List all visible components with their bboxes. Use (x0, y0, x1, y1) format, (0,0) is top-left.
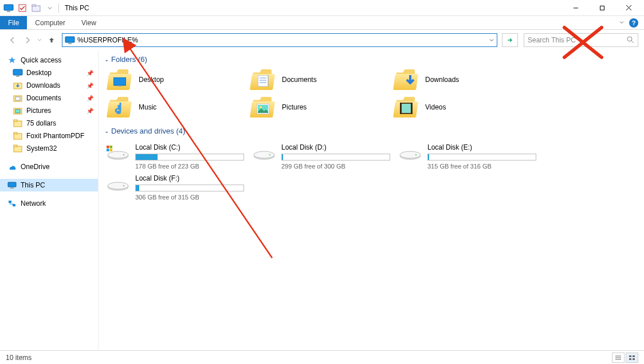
search-box[interactable] (524, 33, 638, 47)
drive-icon (107, 174, 129, 191)
sidebar-item-label: System32 (26, 144, 57, 152)
svg-rect-42 (401, 104, 411, 113)
sidebar-item-label: Documents (26, 94, 61, 102)
sidebar-network[interactable]: Network (0, 197, 98, 210)
new-folder-qat-icon[interactable] (30, 2, 42, 14)
close-button[interactable] (615, 0, 642, 16)
documents-icon (13, 93, 23, 103)
drive-item[interactable]: Local Disk (F:) 306 GB free of 315 GB (104, 172, 250, 203)
sidebar-item-label: Pictures (26, 107, 51, 115)
folder-item[interactable]: Videos (391, 93, 534, 121)
history-dropdown[interactable] (36, 33, 44, 47)
folder-item[interactable]: Desktop (104, 66, 248, 93)
up-button[interactable] (45, 33, 58, 47)
drive-usage-bar (281, 154, 390, 161)
sidebar-onedrive[interactable]: OneDrive (0, 161, 98, 173)
sidebar-label: OneDrive (21, 163, 50, 171)
sidebar-item-label: Desktop (26, 69, 52, 77)
folder-name: Documents (282, 76, 317, 84)
folders-group-header[interactable]: ⌄ Folders (6) (104, 53, 638, 66)
svg-point-60 (108, 182, 128, 189)
titlebar-separator (58, 3, 59, 13)
address-path-icon (65, 36, 75, 44)
search-input[interactable] (528, 36, 626, 44)
folder-item[interactable]: Pictures (248, 93, 391, 121)
svg-point-61 (123, 185, 124, 186)
svg-point-54 (254, 151, 274, 158)
pin-icon: 📌 (87, 108, 93, 114)
main-area: Quick access Desktop 📌 Downloads 📌 Docum… (0, 50, 644, 350)
onedrive-icon (7, 162, 17, 171)
svg-rect-26 (14, 145, 17, 147)
drive-item[interactable]: Local Disk (C:) 178 GB free of 223 GB (104, 141, 250, 172)
folder-item[interactable]: Music (104, 93, 248, 121)
sidebar-this-pc[interactable]: This PC (0, 179, 98, 191)
quick-access-toolbar (2, 2, 56, 14)
sidebar-item[interactable]: System32 (0, 142, 98, 155)
folder-item[interactable]: Downloads (391, 66, 534, 93)
quick-access-icon (7, 56, 17, 65)
svg-rect-29 (9, 201, 11, 203)
sidebar-item[interactable]: Downloads 📌 (0, 79, 98, 92)
svg-rect-10 (68, 43, 72, 44)
minimize-button[interactable] (563, 0, 589, 16)
svg-rect-15 (16, 76, 19, 77)
address-input[interactable] (77, 34, 485, 46)
sidebar-item[interactable]: 75 dollars (0, 117, 98, 130)
chevron-down-icon: ⌄ (104, 128, 109, 134)
ribbon-expand-icon[interactable] (619, 19, 625, 27)
svg-rect-67 (629, 358, 631, 360)
svg-point-57 (400, 151, 421, 158)
sidebar-item[interactable]: Documents 📌 (0, 92, 98, 104)
folder-icon (250, 68, 275, 91)
svg-point-58 (415, 154, 417, 155)
this-pc-icon (7, 181, 17, 190)
qat-dropdown-icon[interactable] (44, 2, 56, 14)
tab-view[interactable]: View (73, 16, 104, 29)
drive-item[interactable]: Local Disk (D:) 299 GB free of 300 GB (250, 141, 396, 172)
back-button[interactable] (6, 33, 19, 47)
address-bar[interactable] (62, 33, 497, 47)
tab-computer[interactable]: Computer (27, 16, 73, 29)
drives-group-header[interactable]: ⌄ Devices and drives (4) (104, 124, 638, 138)
sidebar-item-label: 75 dollars (26, 119, 56, 127)
drive-name: Local Disk (C:) (135, 143, 248, 151)
svg-rect-32 (118, 85, 121, 87)
drive-icon (399, 143, 422, 161)
svg-rect-43 (400, 103, 402, 114)
folder-name: Music (139, 103, 156, 111)
drive-icon (107, 143, 129, 161)
svg-point-55 (269, 154, 270, 155)
view-mode-toggles (612, 353, 638, 363)
folder-name: Desktop (139, 76, 164, 84)
drive-usage-bar (427, 154, 536, 161)
status-item-count: 10 items (6, 354, 32, 362)
maximize-button[interactable] (589, 0, 615, 16)
svg-rect-33 (258, 75, 268, 87)
svg-rect-1 (7, 11, 10, 12)
large-icons-view-button[interactable] (626, 353, 638, 363)
sidebar-item[interactable]: Foxit PhantomPDF (0, 130, 98, 142)
details-view-button[interactable] (612, 353, 625, 363)
forward-button[interactable] (21, 33, 34, 47)
go-button[interactable] (502, 33, 518, 47)
folder-item[interactable]: Documents (248, 66, 391, 93)
sidebar-quick-access[interactable]: Quick access (0, 54, 98, 66)
drive-usage-bar (135, 154, 244, 161)
svg-rect-65 (629, 355, 631, 357)
sidebar-item[interactable]: Pictures 📌 (0, 104, 98, 117)
svg-rect-20 (15, 109, 20, 113)
pin-icon: 📌 (87, 95, 93, 101)
svg-rect-18 (15, 97, 20, 100)
address-history-dropdown[interactable] (485, 37, 497, 43)
help-icon[interactable]: ? (629, 18, 638, 28)
chevron-down-icon: ⌄ (104, 56, 109, 62)
properties-qat-icon[interactable] (16, 2, 29, 14)
drive-item[interactable]: Local Disk (E:) 315 GB free of 316 GB (396, 141, 543, 172)
svg-rect-27 (8, 182, 16, 187)
svg-point-11 (627, 37, 632, 41)
sidebar-item[interactable]: Desktop 📌 (0, 66, 98, 79)
folder-name: Videos (425, 103, 446, 111)
file-tab[interactable]: File (0, 16, 27, 29)
folder-name: Pictures (282, 103, 307, 111)
